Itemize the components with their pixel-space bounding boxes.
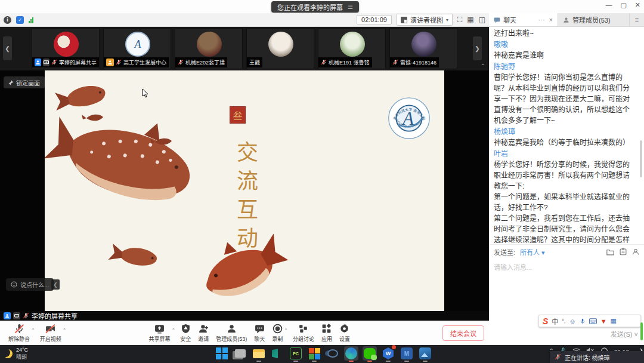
chat-input[interactable]: 请输入消息... <box>494 262 532 272</box>
viewing-banner-text: 您正在观看李婷的屏幕 <box>277 2 343 12</box>
view-mode-dropdown[interactable]: 演讲者视图 ▾ <box>397 14 453 26</box>
toolbox-icon[interactable]: ▦ <box>611 317 617 325</box>
meeting-toolbar: 解除静音 ⌃ 开启视频 ⌃ 共享屏幕 ⌃ 安全 邀请 管理成员(53) <box>0 321 489 344</box>
avatar <box>268 32 293 57</box>
quick-chat-bubble[interactable]: 说点什么... <box>6 278 54 291</box>
side-panel-icon[interactable]: ◫ <box>479 16 485 24</box>
invite-button[interactable]: 邀请 <box>194 324 212 343</box>
apps-button[interactable]: 应用 <box>318 324 336 343</box>
chat-more-button[interactable]: ··· <box>538 16 545 23</box>
mic-muted-icon <box>321 59 327 66</box>
share-options-caret[interactable]: ⌃ <box>171 328 175 333</box>
chat-button[interactable]: 聊天 <box>250 324 268 343</box>
participant-nametag: 机械E191 张鲁铭 <box>318 57 372 67</box>
security-shield-icon[interactable]: ✓ <box>16 16 24 24</box>
notification-badge <box>392 345 396 349</box>
breakout-rooms-button[interactable]: 分组讨论 <box>289 324 318 343</box>
security-button[interactable]: 安全 <box>177 324 194 343</box>
voov-meeting-icon[interactable] <box>326 346 340 361</box>
windows-start-button[interactable] <box>215 346 229 361</box>
mic-options-caret[interactable]: ⌃ <box>31 328 35 333</box>
tab-members[interactable]: 管理成员(53) <box>558 13 629 26</box>
record-options-caret[interactable]: ⌃ <box>284 328 288 333</box>
close-button[interactable]: ✕ <box>635 1 640 9</box>
grid-view-icon[interactable]: ▦ <box>467 16 473 24</box>
participant-tile[interactable]: 王戳 <box>246 28 314 69</box>
mic-muted-icon <box>51 59 57 66</box>
chat-message-sender: 杨焕璋 <box>494 127 635 137</box>
participant-tile[interactable]: 机械E202裴丁璞 <box>175 28 243 69</box>
settings-button[interactable]: 设置 <box>336 324 354 343</box>
tab-chat[interactable]: 聊天 ··· × <box>489 13 558 26</box>
strip-collapse-icon[interactable]: ⌃ <box>481 63 485 69</box>
wps-office-icon[interactable] <box>307 346 321 361</box>
manage-members-button[interactable]: 管理成员(53) <box>212 324 250 343</box>
speaking-indicator-toast: 正在讲话: 杨焕璋 <box>550 351 644 363</box>
avatar <box>340 32 365 57</box>
edge-browser-icon[interactable] <box>344 346 358 361</box>
skin-icon[interactable]: ▼ <box>600 318 607 325</box>
strip-scroll-left-button[interactable]: ❮ <box>3 36 12 60</box>
send-button[interactable]: 发送(S) ˅ <box>578 329 638 339</box>
chinese-mode-icon[interactable]: 中 <box>552 316 558 326</box>
info-icon[interactable]: i <box>4 16 11 24</box>
chat-message-text: 神秘嘉宾是我哈（约等于临时拉来凑数的） <box>494 137 635 148</box>
weather-temp: 24°C <box>16 347 28 353</box>
chat-message-list[interactable]: 还打出来啦~ 嗷嗷 神秘嘉宾是谁啊 陈驰野 曹阳学长您好！请问你当初是怎么直博的… <box>489 27 640 244</box>
task-view-button[interactable] <box>233 346 247 361</box>
lock-view-button[interactable]: 锁定画面 <box>4 76 45 88</box>
banner-menu-icon[interactable]: ☰ <box>348 4 353 10</box>
chat-tab-bar: 聊天 ··· × 管理成员(53) ≡ <box>489 13 644 27</box>
chat-panel: 还打出来啦~ 嗷嗷 神秘嘉宾是谁啊 陈驰野 曹阳学长您好！请问你当初是怎么直博的… <box>489 27 644 344</box>
voice-icon[interactable] <box>580 318 586 325</box>
members-icon <box>227 324 237 334</box>
share-screen-button[interactable]: 共享屏幕 <box>145 324 174 343</box>
punctuation-icon[interactable]: °, <box>562 318 565 324</box>
panel-menu-button[interactable]: ≡ <box>629 13 644 26</box>
end-meeting-button[interactable]: 结束会议 <box>442 325 484 341</box>
start-video-button[interactable]: 开启视频 <box>36 324 65 343</box>
chat-close-button[interactable]: × <box>549 16 553 23</box>
screenshot-icon[interactable] <box>620 248 627 256</box>
file-attach-icon[interactable] <box>606 248 614 256</box>
minimize-button[interactable]: — <box>605 1 612 9</box>
apps-icon <box>321 324 332 334</box>
share-source-label: 李婷的屏幕共享 <box>32 311 78 321</box>
docs-app-icon[interactable]: M <box>400 346 414 361</box>
windows-taskbar: 24°C 晴朗 PC W M ⌃ 21:10 <box>0 345 644 363</box>
ime-toolbar[interactable]: S 中 °, ☺ ▼ ▦ <box>538 315 641 327</box>
pycharm-icon[interactable]: PC <box>289 346 303 361</box>
maximize-button[interactable]: ▢ <box>620 1 626 9</box>
sogou-logo-icon[interactable]: S <box>543 316 548 326</box>
send-to-dropdown[interactable]: 所有人 ▾ <box>520 247 545 257</box>
wechat-icon[interactable] <box>363 346 377 361</box>
participant-tile[interactable]: 雷挺-41918146 <box>389 28 457 69</box>
wps-writer-icon[interactable]: W <box>381 346 395 361</box>
bubble-collapse-button[interactable]: ❮ <box>51 279 60 290</box>
avatar: A <box>125 32 150 57</box>
strip-scroll-right-button[interactable]: ❯ <box>473 36 482 60</box>
unmute-button[interactable]: 解除静音 <box>5 324 33 343</box>
participant-tile[interactable]: 机械E191 张鲁铭 <box>318 28 386 69</box>
emoji-icon[interactable]: ☺ <box>569 318 575 325</box>
weather-moon-icon <box>4 349 13 358</box>
taskbar-weather-widget[interactable]: 24°C 晴朗 <box>4 347 28 361</box>
file-explorer-icon[interactable] <box>252 346 266 361</box>
photos-app-icon[interactable] <box>418 346 432 361</box>
participant-tile[interactable]: 李婷的屏幕共享 <box>32 28 100 69</box>
mic-muted-icon <box>392 59 398 66</box>
send-options-caret[interactable]: ˅ <box>634 331 638 338</box>
keyboard-icon[interactable] <box>589 318 597 324</box>
slide-title: 交流互动 <box>224 141 259 256</box>
video-app-icon[interactable] <box>270 346 284 361</box>
elapsed-time: 02:01:09 <box>357 15 392 24</box>
chat-scrollbar[interactable] <box>640 140 642 177</box>
mention-person-icon[interactable] <box>632 248 639 256</box>
video-options-caret[interactable]: ⌃ <box>63 328 67 333</box>
participant-tile[interactable]: A 高工学生发展中心 <box>103 28 171 69</box>
viewing-banner[interactable]: 您正在观看李婷的屏幕 ☰ <box>271 1 359 13</box>
breakout-icon <box>298 324 308 334</box>
fullscreen-icon[interactable]: ⛶ <box>457 16 462 24</box>
section-number-badge: 叁 <box>230 106 246 124</box>
smiley-icon <box>11 281 17 288</box>
